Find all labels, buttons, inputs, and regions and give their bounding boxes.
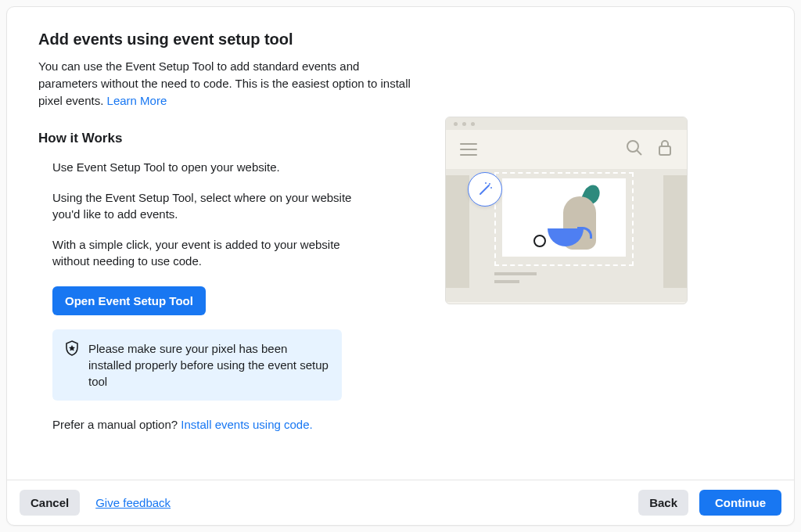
manual-option: Prefer a manual option? Install events u… — [52, 418, 422, 431]
magic-wand-icon — [468, 172, 502, 207]
notice-text: Please make sure your pixel has been ins… — [88, 340, 329, 390]
left-column: Add events using event setup tool You ca… — [38, 31, 422, 472]
svg-rect-2 — [659, 146, 670, 155]
manual-prefix: Prefer a manual option? — [52, 418, 181, 431]
hamburger-icon — [460, 143, 477, 156]
svg-point-5 — [490, 187, 492, 189]
svg-line-3 — [480, 185, 489, 194]
description-text: You can use the Event Setup Tool to add … — [38, 59, 411, 107]
give-feedback-link[interactable]: Give feedback — [95, 496, 171, 509]
browser-titlebar-icon — [446, 117, 687, 130]
continue-button[interactable]: Continue — [699, 490, 781, 516]
page-description: You can use the Event Setup Tool to add … — [38, 58, 422, 109]
install-pixel-notice: Please make sure your pixel has been ins… — [52, 329, 342, 401]
dialog-content: Add events using event setup tool You ca… — [7, 7, 794, 480]
open-event-setup-tool-button[interactable]: Open Event Setup Tool — [52, 286, 206, 315]
search-icon — [626, 139, 643, 160]
lock-icon — [657, 139, 673, 160]
install-events-using-code-link[interactable]: Install events using code. — [181, 418, 312, 431]
step-item: Using the Event Setup Tool, select where… — [52, 189, 365, 222]
right-column — [445, 31, 763, 472]
learn-more-link[interactable]: Learn More — [107, 94, 167, 107]
event-setup-illustration — [445, 117, 688, 304]
back-button[interactable]: Back — [638, 490, 688, 516]
browser-toolbar-icon — [446, 130, 687, 169]
step-item: Use Event Setup Tool to open your websit… — [52, 159, 365, 175]
cancel-button[interactable]: Cancel — [20, 490, 80, 516]
svg-point-0 — [627, 141, 638, 152]
svg-line-1 — [637, 150, 641, 155]
dialog-card: Add events using event setup tool You ca… — [6, 6, 795, 526]
how-it-works-title: How it Works — [38, 131, 422, 146]
svg-point-4 — [489, 183, 490, 185]
svg-point-6 — [485, 182, 487, 184]
dialog-footer: Cancel Give feedback Back Continue — [7, 480, 794, 525]
step-item: With a simple click, your event is added… — [52, 236, 365, 269]
page-title: Add events using event setup tool — [38, 31, 422, 49]
ring-icon — [533, 235, 546, 247]
how-it-works-steps: Use Event Setup Tool to open your websit… — [38, 159, 422, 269]
shield-icon — [65, 340, 79, 359]
